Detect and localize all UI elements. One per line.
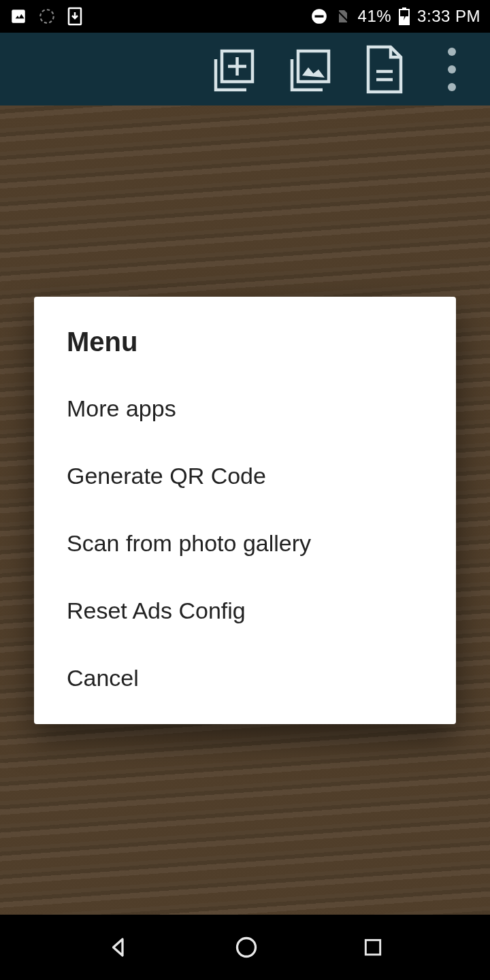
battery-charging-icon <box>398 7 410 26</box>
gallery-icon[interactable] <box>286 45 335 94</box>
menu-item-generate-qr[interactable]: Generate QR Code <box>34 442 456 510</box>
spinner-icon <box>38 7 56 25</box>
app-toolbar <box>0 33 490 105</box>
svg-rect-14 <box>365 940 380 954</box>
status-left <box>10 7 83 26</box>
download-icon <box>67 7 83 26</box>
dnd-icon <box>310 7 328 25</box>
menu-item-cancel[interactable]: Cancel <box>34 644 456 712</box>
svg-point-13 <box>238 938 256 957</box>
picture-icon <box>10 7 27 25</box>
menu-item-scan-gallery[interactable]: Scan from photo gallery <box>34 510 456 577</box>
nav-bar <box>0 915 490 980</box>
document-icon[interactable] <box>362 43 407 96</box>
clock: 3:33 PM <box>417 7 480 26</box>
screen: 41% 3:33 PM Menu More apps Generate QR C… <box>0 0 490 980</box>
battery-pct: 41% <box>358 7 392 26</box>
menu-item-reset-ads[interactable]: Reset Ads Config <box>34 577 456 644</box>
status-right: 41% 3:33 PM <box>310 7 480 26</box>
home-icon[interactable] <box>234 935 259 960</box>
menu-dialog: Menu More apps Generate QR Code Scan fro… <box>34 297 456 724</box>
recent-apps-icon[interactable] <box>362 936 384 958</box>
dialog-title: Menu <box>34 321 456 375</box>
add-to-collection-icon[interactable] <box>210 45 259 94</box>
menu-item-more-apps[interactable]: More apps <box>34 375 456 442</box>
status-bar: 41% 3:33 PM <box>0 0 490 33</box>
dialog-overlay[interactable]: Menu More apps Generate QR Code Scan fro… <box>0 105 490 915</box>
back-icon[interactable] <box>106 935 131 960</box>
svg-rect-7 <box>402 7 406 10</box>
svg-point-1 <box>40 10 54 23</box>
svg-rect-0 <box>12 10 25 23</box>
no-sim-icon <box>335 7 351 25</box>
more-options-icon[interactable] <box>434 48 470 91</box>
svg-rect-4 <box>314 15 323 17</box>
